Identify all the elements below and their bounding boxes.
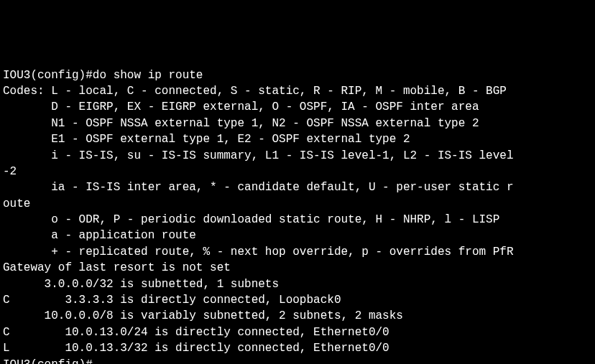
terminal-line: a - application route <box>3 228 592 243</box>
terminal-line: i - IS-IS, su - IS-IS summary, L1 - IS-I… <box>3 148 592 164</box>
terminal-line: Codes: L - local, C - connected, S - sta… <box>3 83 592 99</box>
terminal-line: L 10.0.13.3/32 is directly connected, Et… <box>3 340 592 356</box>
terminal-line: C 3.3.3.3 is directly connected, Loopbac… <box>3 292 592 308</box>
terminal-line: 10.0.0.0/8 is variably subnetted, 2 subn… <box>3 308 592 324</box>
terminal-line: ia - IS-IS inter area, * - candidate def… <box>3 179 592 195</box>
terminal-prompt: IOU3(config)# <box>3 357 592 364</box>
terminal-line: -2 <box>3 164 592 179</box>
terminal-line: 3.0.0.0/32 is subnetted, 1 subnets <box>3 276 592 292</box>
terminal-line: N1 - OSPF NSSA external type 1, N2 - OSP… <box>3 116 592 131</box>
terminal-line: Gateway of last resort is not set <box>3 260 592 276</box>
terminal-output[interactable]: IOU3(config)#do show ip routeCodes: L - … <box>3 67 592 364</box>
terminal-line: o - ODR, P - periodic downloaded static … <box>3 212 592 228</box>
terminal-line: oute <box>3 196 592 212</box>
terminal-line: C 10.0.13.0/24 is directly connected, Et… <box>3 325 592 340</box>
terminal-line: E1 - OSPF external type 1, E2 - OSPF ext… <box>3 131 592 147</box>
terminal-line: D - EIGRP, EX - EIGRP external, O - OSPF… <box>3 99 592 115</box>
terminal-line: IOU3(config)#do show ip route <box>3 67 592 83</box>
terminal-line: + - replicated route, % - next hop overr… <box>3 244 592 260</box>
